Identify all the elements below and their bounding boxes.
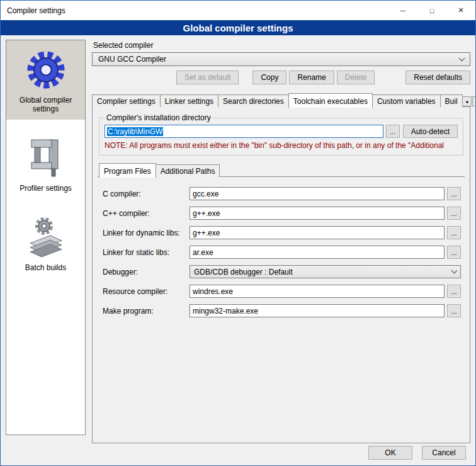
cpp-compiler-label: C++ compiler: — [103, 209, 190, 218]
tab-toolchain-executables[interactable]: Toolchain executables — [288, 93, 373, 108]
cpp-compiler-browse-button[interactable]: ... — [447, 207, 461, 220]
tab-compiler-settings[interactable]: Compiler settings — [92, 94, 161, 107]
dynamic-linker-input[interactable]: g++.exe — [190, 226, 445, 239]
selected-compiler-label: Selected compiler — [93, 41, 470, 50]
resource-compiler-label: Resource compiler: — [103, 287, 190, 296]
delete-button[interactable]: Delete — [337, 71, 375, 84]
dialog-footer: OK Cancel — [368, 446, 466, 460]
tab-scroll-buttons: ◄ ► — [462, 96, 476, 107]
static-linker-browse-button[interactable]: ... — [447, 246, 461, 259]
static-linker-value: ar.exe — [193, 248, 213, 257]
program-files-panel: C compiler: gcc.exe ... C++ compiler: g+… — [98, 176, 465, 438]
c-compiler-browse-button[interactable]: ... — [447, 187, 461, 200]
resource-compiler-input[interactable]: windres.exe — [190, 285, 445, 298]
make-program-browse-button[interactable]: ... — [447, 304, 461, 317]
dynamic-linker-value: g++.exe — [193, 229, 220, 237]
copy-button[interactable]: Copy — [252, 71, 286, 84]
settings-tabbar: Compiler settings Linker settings Search… — [92, 93, 470, 107]
reset-defaults-button[interactable]: Reset defaults — [405, 71, 470, 84]
dialog-body: Global compiler settings Profiler settin… — [1, 35, 475, 465]
tab-custom-variables[interactable]: Custom variables — [372, 94, 441, 107]
static-linker-row: Linker for static libs: ar.exe ... — [103, 246, 461, 259]
auto-detect-button[interactable]: Auto-detect — [403, 125, 458, 138]
toolchain-executables-panel: Compiler's installation directory C:\ray… — [92, 106, 470, 443]
arrow-left-icon: ◄ — [465, 99, 469, 104]
set-as-default-button[interactable]: Set as default — [176, 71, 239, 84]
settings-category-list: Global compiler settings Profiler settin… — [6, 40, 86, 435]
selected-compiler-dropdown[interactable]: GNU GCC Compiler — [92, 52, 470, 66]
maximize-icon: □ — [430, 7, 434, 14]
tab-search-directories[interactable]: Search directories — [218, 94, 289, 107]
make-program-label: Make program: — [103, 307, 190, 315]
installation-directory-browse-button[interactable]: ... — [386, 125, 400, 138]
program-files-tabbar: Program Files Additional Paths — [98, 163, 465, 177]
make-program-row: Make program: mingw32-make.exe ... — [103, 304, 461, 317]
tab-scroll-left-button[interactable]: ◄ — [462, 96, 472, 106]
sidebar-item-label: Global compiler settings — [9, 96, 82, 113]
installation-directory-row: C:\raylib\MinGW ... Auto-detect — [105, 125, 458, 138]
dynamic-linker-label: Linker for dynamic libs: — [103, 229, 190, 237]
profiler-tool-icon — [24, 136, 68, 180]
tab-build-options-truncated[interactable]: Buil — [440, 94, 463, 107]
debugger-select[interactable]: GDB/CDB debugger : Default — [190, 265, 461, 278]
gray-gear-stack-icon — [24, 215, 68, 259]
main-content: Selected compiler GNU GCC Compiler Set a… — [92, 40, 470, 443]
sidebar-item-batch-builds[interactable]: Batch builds — [6, 208, 85, 278]
sidebar-item-profiler-settings[interactable]: Profiler settings — [6, 128, 85, 199]
cpp-compiler-input[interactable]: g++.exe — [190, 207, 445, 220]
maximize-button[interactable]: □ — [417, 1, 446, 20]
compiler-actions: Set as default Copy Rename Delete Reset … — [92, 71, 470, 84]
bin-subdirectory-note: NOTE: All programs must exist either in … — [105, 141, 458, 150]
static-linker-input[interactable]: ar.exe — [190, 246, 445, 259]
dialog-header: Global compiler settings — [1, 20, 475, 35]
titlebar: Compiler settings ─ □ ✕ — [1, 1, 475, 20]
installation-directory-group: Compiler's installation directory C:\ray… — [99, 113, 463, 156]
cpp-compiler-row: C++ compiler: g++.exe ... — [103, 207, 461, 220]
chevron-down-icon — [459, 55, 465, 61]
minimize-button[interactable]: ─ — [388, 1, 417, 20]
close-button[interactable]: ✕ — [446, 1, 475, 20]
resource-compiler-browse-button[interactable]: ... — [447, 285, 461, 298]
make-program-input[interactable]: mingw32-make.exe — [190, 304, 445, 317]
debugger-row: Debugger: GDB/CDB debugger : Default — [103, 265, 461, 278]
close-icon: ✕ — [458, 6, 463, 14]
make-program-value: mingw32-make.exe — [193, 307, 258, 315]
blue-gear-icon — [24, 48, 68, 92]
dialog-header-title: Global compiler settings — [183, 23, 293, 33]
ok-button[interactable]: OK — [368, 446, 412, 460]
selected-compiler-value: GNU GCC Compiler — [98, 55, 166, 64]
cpp-compiler-value: g++.exe — [193, 209, 220, 218]
resource-compiler-row: Resource compiler: windres.exe ... — [103, 285, 461, 298]
window-title: Compiler settings — [1, 6, 65, 15]
tab-scroll-right-button[interactable]: ► — [472, 96, 476, 106]
sidebar-item-label: Profiler settings — [20, 184, 72, 193]
rename-button[interactable]: Rename — [289, 71, 334, 84]
resource-compiler-value: windres.exe — [193, 287, 233, 296]
c-compiler-value: gcc.exe — [193, 190, 218, 198]
cancel-button[interactable]: Cancel — [422, 446, 466, 460]
sidebar-item-global-compiler-settings[interactable]: Global compiler settings — [6, 40, 85, 120]
dynamic-linker-row: Linker for dynamic libs: g++.exe ... — [103, 226, 461, 239]
sidebar-item-label: Batch builds — [25, 263, 66, 272]
static-linker-label: Linker for static libs: — [103, 248, 190, 257]
c-compiler-input[interactable]: gcc.exe — [190, 187, 445, 200]
subtab-program-files[interactable]: Program Files — [99, 163, 156, 178]
debugger-value: GDB/CDB debugger : Default — [194, 268, 293, 276]
dynamic-linker-browse-button[interactable]: ... — [447, 226, 461, 239]
window-controls: ─ □ ✕ — [388, 1, 475, 20]
c-compiler-label: C compiler: — [103, 190, 190, 198]
installation-directory-input[interactable]: C:\raylib\MinGW — [105, 125, 383, 138]
chevron-down-icon — [451, 268, 458, 274]
minimize-icon: ─ — [400, 7, 405, 14]
subtab-additional-paths[interactable]: Additional Paths — [156, 164, 220, 177]
installation-directory-group-title: Compiler's installation directory — [105, 113, 213, 122]
tab-linker-settings[interactable]: Linker settings — [160, 94, 218, 107]
compiler-settings-dialog: Compiler settings ─ □ ✕ Global compiler … — [0, 0, 476, 466]
installation-directory-value: C:\raylib\MinGW — [107, 127, 163, 136]
debugger-label: Debugger: — [103, 268, 190, 276]
c-compiler-row: C compiler: gcc.exe ... — [103, 187, 461, 200]
